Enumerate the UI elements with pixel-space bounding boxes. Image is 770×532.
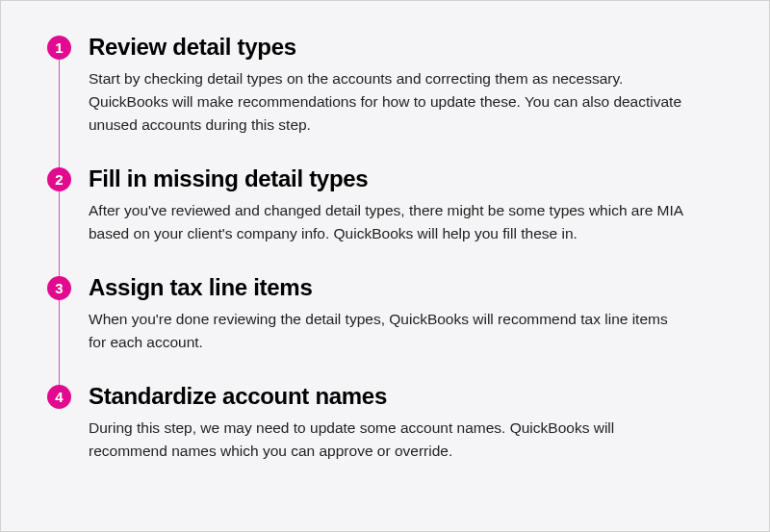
step-list: 1 Review detail types Start by checking … [47,34,723,463]
step-content: Review detail types Start by checking de… [71,34,687,137]
step-content: Fill in missing detail types After you'v… [71,165,687,245]
step-item: 2 Fill in missing detail types After you… [47,165,723,245]
step-number-badge: 1 [47,36,71,60]
step-number-badge: 2 [47,167,71,191]
step-description: When you're done reviewing the detail ty… [89,308,687,354]
step-title: Assign tax line items [89,274,687,301]
step-number-badge: 3 [47,276,71,300]
step-title: Fill in missing detail types [89,165,687,192]
step-item: 1 Review detail types Start by checking … [47,34,723,137]
step-content: Assign tax line items When you're done r… [71,274,687,354]
step-item: 4 Standardize account names During this … [47,383,723,463]
step-title: Standardize account names [89,383,687,410]
step-description: During this step, we may need to update … [89,417,687,463]
step-description: Start by checking detail types on the ac… [89,67,687,137]
step-number-badge: 4 [47,385,71,409]
step-description: After you've reviewed and changed detail… [89,199,687,245]
step-title: Review detail types [89,34,687,61]
step-content: Standardize account names During this st… [71,383,687,463]
step-item: 3 Assign tax line items When you're done… [47,274,723,354]
